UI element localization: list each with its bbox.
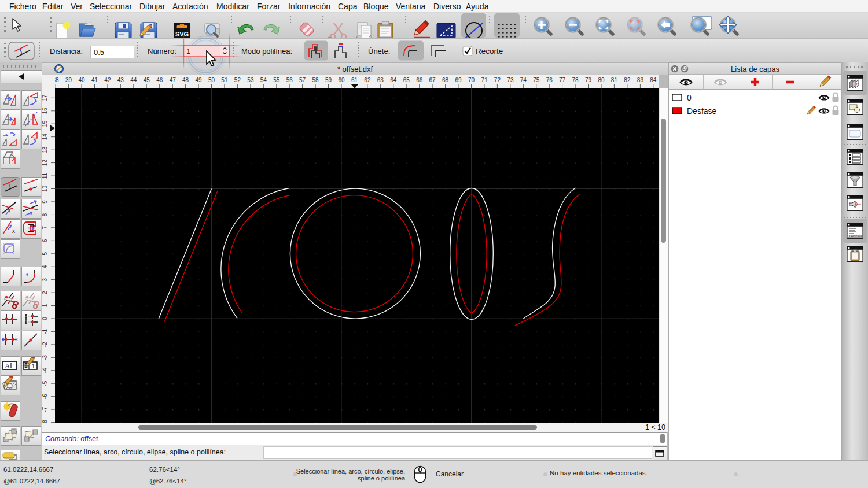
svg-text:-6: -6 <box>42 394 48 399</box>
svg-text:71: 71 <box>481 77 488 83</box>
svg-text:39: 39 <box>65 77 72 83</box>
svg-text:+: + <box>355 34 359 38</box>
svg-text:69: 69 <box>455 77 462 83</box>
svg-text:.1: .1 <box>30 363 35 369</box>
svg-text:58: 58 <box>312 77 319 83</box>
svg-text:77: 77 <box>559 77 566 83</box>
svg-text:1: 1 <box>42 304 48 307</box>
svg-text:66: 66 <box>416 77 423 83</box>
svg-text:83: 83 <box>637 77 644 83</box>
svg-text:65: 65 <box>403 77 410 83</box>
svg-text:42: 42 <box>104 77 111 83</box>
svg-text:A: A <box>5 361 10 370</box>
svg-text:62: 62 <box>364 77 371 83</box>
svg-text:43: 43 <box>117 77 124 83</box>
svg-text:14: 14 <box>42 134 48 141</box>
svg-text:59: 59 <box>325 77 332 83</box>
svg-text:44: 44 <box>130 77 137 83</box>
svg-text:c command: c command <box>849 235 863 238</box>
svg-text:64: 64 <box>390 77 397 83</box>
svg-text:82: 82 <box>624 77 631 83</box>
svg-text:+: + <box>328 33 332 38</box>
svg-text:70: 70 <box>468 77 475 83</box>
svg-text:16: 16 <box>42 108 48 114</box>
svg-text:63: 63 <box>377 77 384 83</box>
svg-text:79: 79 <box>585 77 592 83</box>
svg-text:4: 4 <box>42 265 48 268</box>
svg-text:2: 2 <box>42 291 48 294</box>
svg-text:-1: -1 <box>42 329 48 334</box>
svg-text:13: 13 <box>42 146 48 153</box>
svg-text:9: 9 <box>42 200 48 204</box>
svg-text:-5: -5 <box>42 380 48 386</box>
svg-text:Desfase: Desfase <box>687 106 717 116</box>
svg-text:75: 75 <box>533 77 540 83</box>
svg-text:-3: -3 <box>42 354 48 360</box>
svg-text:8: 8 <box>42 213 48 216</box>
svg-text:38: 38 <box>55 77 59 83</box>
svg-text:5: 5 <box>42 252 48 256</box>
svg-text:11: 11 <box>42 172 48 179</box>
svg-text:Recorte: Recorte <box>476 47 503 56</box>
svg-text:76: 76 <box>546 77 553 83</box>
svg-text:41: 41 <box>91 77 98 83</box>
svg-text:78: 78 <box>572 77 579 83</box>
svg-text:17: 17 <box>42 94 48 101</box>
svg-text:72: 72 <box>494 77 501 83</box>
svg-text:81: 81 <box>611 77 618 83</box>
svg-text:7: 7 <box>42 226 48 230</box>
svg-text:12: 12 <box>42 160 48 167</box>
svg-text:40: 40 <box>78 77 85 83</box>
svg-text:-7: -7 <box>42 406 48 412</box>
svg-text:60: 60 <box>338 77 345 83</box>
svg-text:3: 3 <box>42 278 48 281</box>
svg-text:10: 10 <box>42 186 48 193</box>
svg-text:0: 0 <box>42 317 48 320</box>
svg-text:74: 74 <box>520 77 527 83</box>
svg-text:0: 0 <box>687 93 692 102</box>
svg-text:61: 61 <box>351 77 358 83</box>
svg-text:15: 15 <box>42 120 48 127</box>
svg-text:84: 84 <box>650 77 657 83</box>
svg-text:-4: -4 <box>42 368 48 373</box>
svg-text:-2: -2 <box>42 342 48 347</box>
svg-text:6: 6 <box>42 239 48 242</box>
svg-text:1: 1 <box>186 47 190 56</box>
svg-text:80: 80 <box>598 77 605 83</box>
svg-text:73: 73 <box>507 77 514 83</box>
svg-text:68: 68 <box>442 77 449 83</box>
svg-text:67: 67 <box>429 77 436 83</box>
svg-text:x: x <box>12 228 15 234</box>
svg-text:57: 57 <box>299 77 306 83</box>
svg-text:45: 45 <box>144 77 150 83</box>
